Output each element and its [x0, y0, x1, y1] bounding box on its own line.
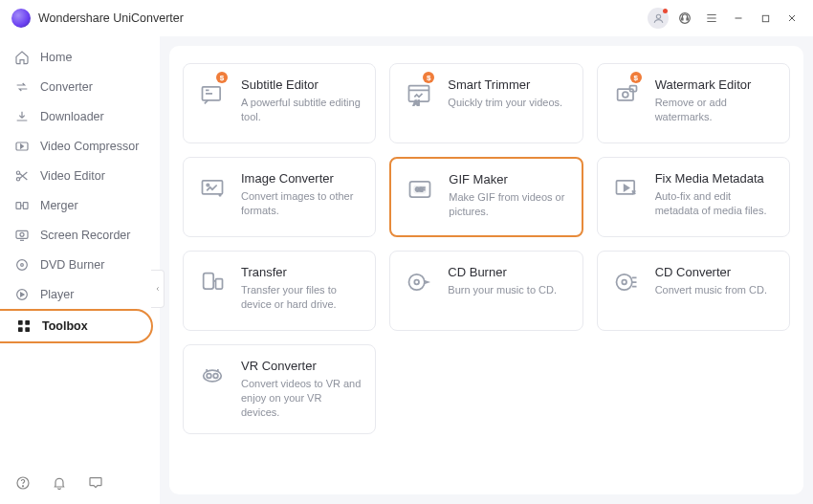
svg-point-26	[207, 184, 209, 186]
maximize-button[interactable]	[754, 7, 777, 30]
tool-card-cd-burner[interactable]: CD BurnerBurn your music to CD.	[389, 251, 582, 331]
compress-icon	[13, 138, 31, 155]
svg-rect-32	[216, 279, 223, 290]
tool-title: Fix Media Metadata	[655, 171, 776, 186]
sidebar-item-label: Merger	[40, 199, 78, 212]
tool-title: Watermark Editor	[655, 77, 776, 92]
svg-point-38	[213, 374, 218, 379]
sidebar-item-downloader[interactable]: Downloader	[0, 101, 159, 131]
sidebar-item-home[interactable]: Home	[0, 42, 159, 72]
svg-point-11	[21, 263, 24, 266]
tool-card-smart-trimmer[interactable]: AI$Smart TrimmerQuickly trim your videos…	[389, 63, 582, 143]
help-button[interactable]	[13, 473, 33, 493]
play-icon	[13, 286, 31, 303]
bell-button[interactable]	[50, 473, 69, 493]
support-button[interactable]	[673, 7, 696, 30]
svg-rect-15	[18, 327, 23, 332]
svg-point-18	[22, 486, 23, 487]
svg-point-37	[207, 374, 211, 379]
svg-rect-7	[23, 202, 28, 208]
svg-rect-8	[16, 230, 28, 238]
tool-description: A powerful subtitle editing tool.	[241, 96, 362, 124]
svg-point-9	[20, 232, 24, 236]
disc-icon	[13, 256, 31, 274]
sidebar-item-converter[interactable]: Converter	[0, 72, 159, 101]
sidebar-item-dvd-burner[interactable]: DVD Burner	[0, 250, 159, 279]
sidebar: Home Converter Downloader Video Compress…	[0, 36, 160, 504]
sidebar-item-label: Screen Recorder	[40, 229, 131, 242]
subtitle-editor-icon	[197, 79, 228, 110]
tool-title: CD Burner	[448, 265, 568, 279]
main-area: $Subtitle EditorA powerful subtitle edit…	[160, 36, 813, 504]
feedback-button[interactable]	[86, 473, 105, 493]
menu-button[interactable]	[700, 7, 723, 30]
sidebar-item-label: Video Editor	[40, 169, 105, 183]
sidebar-item-label: Toolbox	[42, 319, 88, 333]
svg-rect-13	[18, 320, 23, 325]
svg-point-10	[17, 259, 28, 270]
toolbox-panel: $Subtitle EditorA powerful subtitle edit…	[169, 46, 803, 494]
premium-badge-icon: $	[630, 72, 642, 83]
merger-icon	[13, 197, 31, 214]
tool-description: Burn your music to CD.	[448, 283, 568, 297]
svg-point-0	[656, 14, 660, 18]
toolbox-icon	[15, 318, 33, 335]
premium-badge-icon: $	[216, 72, 228, 83]
tool-title: Image Converter	[241, 171, 362, 186]
fix-media-metadata-icon	[611, 173, 642, 204]
tool-description: Auto-fix and edit metadata of media file…	[655, 189, 776, 218]
scissors-icon	[13, 167, 31, 185]
smart-trimmer-icon: AI	[404, 79, 434, 110]
close-button[interactable]	[780, 7, 803, 30]
svg-rect-31	[204, 274, 214, 289]
sidebar-item-toolbox[interactable]: Toolbox	[0, 309, 153, 343]
tool-description: Convert videos to VR and enjoy on your V…	[241, 377, 362, 420]
tool-card-vr-converter[interactable]: VR ConverterConvert videos to VR and enj…	[183, 344, 376, 434]
tool-title: GIF Maker	[449, 172, 567, 186]
sidebar-item-player[interactable]: Player	[0, 279, 159, 309]
converter-icon	[13, 78, 31, 96]
tool-title: CD Converter	[655, 265, 776, 279]
cd-converter-icon	[611, 267, 642, 297]
svg-rect-25	[203, 181, 223, 194]
svg-point-36	[622, 280, 626, 285]
tool-card-cd-converter[interactable]: CD ConverterConvert music from CD.	[597, 251, 790, 331]
svg-point-33	[409, 274, 425, 290]
tool-card-image-converter[interactable]: Image ConverterConvert images to other f…	[183, 157, 376, 237]
tool-card-subtitle-editor[interactable]: $Subtitle EditorA powerful subtitle edit…	[183, 63, 376, 143]
notification-dot-icon	[663, 9, 668, 13]
svg-point-35	[616, 274, 631, 290]
home-icon	[13, 49, 31, 66]
cd-burner-icon	[404, 267, 434, 297]
sidebar-item-label: Video Compressor	[40, 140, 139, 153]
svg-point-23	[623, 92, 628, 98]
sidebar-item-video-editor[interactable]: Video Editor	[0, 161, 159, 190]
download-icon	[13, 108, 31, 125]
sidebar-item-label: Downloader	[40, 110, 104, 123]
account-button[interactable]	[647, 7, 670, 30]
tool-card-gif-maker[interactable]: GIFGIF MakerMake GIF from videos or pict…	[389, 157, 582, 237]
record-icon	[13, 227, 31, 244]
sidebar-item-video-compressor[interactable]: Video Compressor	[0, 131, 159, 161]
tool-card-fix-media-metadata[interactable]: Fix Media MetadataAuto-fix and edit meta…	[597, 157, 790, 237]
minimize-button[interactable]	[727, 7, 750, 30]
tool-title: Smart Trimmer	[448, 77, 568, 92]
tool-card-watermark-editor[interactable]: $Watermark EditorRemove or add watermark…	[597, 63, 790, 143]
app-logo-icon	[11, 9, 31, 28]
tool-description: Convert images to other formats.	[241, 189, 362, 218]
tool-card-transfer[interactable]: TransferTransfer your files to device or…	[183, 251, 376, 331]
transfer-icon	[197, 267, 228, 297]
sidebar-item-merger[interactable]: Merger	[0, 190, 159, 220]
tool-description: Convert music from CD.	[655, 283, 776, 297]
sidebar-item-screen-recorder[interactable]: Screen Recorder	[0, 220, 159, 250]
collapse-sidebar-button[interactable]	[151, 270, 165, 308]
tool-title: Subtitle Editor	[241, 77, 362, 92]
svg-text:AI: AI	[413, 99, 420, 106]
tool-description: Remove or add watermarks.	[655, 96, 776, 124]
svg-rect-16	[25, 327, 30, 332]
sidebar-item-label: Home	[40, 51, 72, 64]
svg-text:GIF: GIF	[416, 186, 426, 192]
app-title: Wondershare UniConverter	[38, 11, 184, 25]
tool-title: Transfer	[241, 265, 362, 279]
vr-converter-icon	[197, 361, 228, 391]
